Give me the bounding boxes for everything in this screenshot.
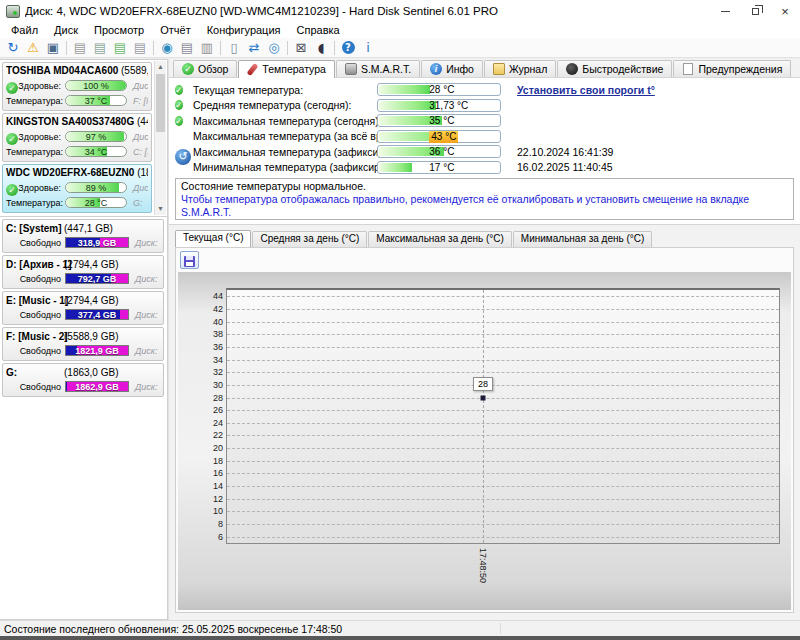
free-label: Свободно	[6, 346, 63, 356]
gridline	[227, 398, 779, 399]
restore-button[interactable]	[740, 0, 770, 22]
temp-label: Температура:	[6, 96, 63, 106]
temperature-bar-fill	[379, 85, 430, 94]
app-window: Диск: 4, WDC WD20EFRX-68EUZN0 [WD-WMC4M1…	[0, 0, 800, 640]
partition-card-1[interactable]: D: [Архив - 1](2794,4 GB)Свободно792,7 G…	[2, 255, 164, 289]
tab-label: Инфо	[446, 63, 474, 75]
menu-item-0[interactable]: Файл	[3, 23, 46, 37]
disk-detect-button[interactable]: ▤	[70, 39, 90, 57]
health-value: 100 %	[66, 81, 126, 90]
row-icon-cell: ✓	[175, 114, 193, 128]
scroll-down-icon[interactable]: ▼	[155, 203, 166, 215]
disk-card-title: KINGSTON SA400S37480G (447,1 GB)	[6, 115, 148, 129]
temperature-panel: ✓Текущая температура:28 °CУстановить сво…	[169, 78, 800, 225]
disk-health-row: ✓Здоровье:89 %Диск: 4	[6, 180, 148, 195]
free-label: Свободно	[6, 274, 63, 284]
tab-temperature[interactable]: Температура	[238, 60, 335, 78]
set-thresholds-link[interactable]: Установить свои пороги t°	[517, 84, 655, 96]
y-axis-tick: 22	[198, 430, 223, 440]
report-button[interactable]: ▯	[224, 39, 244, 57]
y-axis-tick: 16	[198, 468, 223, 478]
chart-tab-1[interactable]: Средняя за день (°C)	[252, 231, 367, 247]
partition-free-row: Свободно318,9 GBДиск: 3	[6, 235, 160, 250]
y-axis-tick: 28	[198, 392, 223, 402]
menu-item-5[interactable]: Справка	[289, 23, 348, 37]
close-button[interactable]: ×	[770, 0, 800, 22]
sync-icon: ⇄	[249, 41, 260, 54]
menu-item-1[interactable]: Диск	[46, 23, 86, 37]
printer-button[interactable]: ▥	[197, 39, 217, 57]
partition-card-0[interactable]: C: [System](447,1 GB)Свободно318,9 GBДис…	[2, 219, 164, 253]
tab-alerts[interactable]: Предупреждения	[673, 60, 791, 77]
alerts-button[interactable]: ⚠	[23, 39, 43, 57]
partition-size: (2794,4 GB)	[64, 259, 118, 270]
tab-performance[interactable]: Быстродействие	[557, 60, 672, 77]
window-controls: ×	[710, 0, 800, 22]
gridline	[227, 385, 779, 386]
menu-item-3[interactable]: Отчёт	[152, 23, 198, 37]
menu-item-4[interactable]: Конфигурация	[199, 23, 289, 37]
disk-number: Диск: 3	[129, 132, 148, 142]
temperature-row-5: Минимальная температура (зафиксированная…	[175, 160, 796, 176]
tab-overview[interactable]: Обзор	[173, 60, 237, 77]
tab-log[interactable]: Журнал	[484, 60, 556, 77]
help-button[interactable]: ?	[338, 39, 358, 57]
gridline	[227, 334, 779, 335]
disk-card-2[interactable]: WDC WD20EFRX-68EUZN0 (1863,0 GB)✓Здоровь…	[2, 164, 152, 213]
disk-name: KINGSTON SA400S37480G	[6, 116, 134, 127]
data-point	[481, 395, 486, 400]
disk-name: WDC WD20EFRX-68EUZN0	[6, 167, 134, 178]
chart-background: 4442403836343230282624222018161412108628…	[178, 272, 791, 610]
health-labelbox: ✓Здоровье:	[6, 81, 63, 91]
partition-title: F: [Music - 2](5588,9 GB)	[6, 329, 160, 343]
status-text: Состояние последнего обновления: 25.05.2…	[4, 623, 342, 635]
network-disks-icon: ◎	[268, 41, 279, 54]
tab-smart[interactable]: S.M.A.R.T.	[336, 60, 420, 77]
chart-tab-3[interactable]: Минимальная за день (°C)	[513, 231, 653, 247]
chart-tab-2[interactable]: Максимальная за день (°C)	[368, 231, 512, 247]
disk-card-title: WDC WD20EFRX-68EUZN0 (1863,0 GB)	[6, 166, 148, 180]
scroll-up-icon[interactable]: ▲	[155, 61, 166, 73]
info-button[interactable]: i	[358, 39, 378, 57]
temperature-bar: 31,73 °C	[377, 99, 501, 112]
temperature-bar-fill	[379, 101, 436, 110]
save-chart-button[interactable]	[180, 251, 199, 269]
gridline	[227, 296, 779, 297]
screen-off-button[interactable]: ⊠	[291, 39, 311, 57]
web-button[interactable]: ◉	[157, 39, 177, 57]
display-test-button[interactable]: ▣	[43, 39, 63, 57]
y-axis-tick: 10	[198, 506, 223, 516]
tab-info[interactable]: Инфо	[421, 60, 483, 77]
disk-card-1[interactable]: KINGSTON SA400S37480G (447,1 GB)✓Здоровь…	[2, 113, 152, 162]
sync-button[interactable]: ⇄	[244, 39, 264, 57]
y-axis-tick: 36	[198, 341, 223, 351]
help-icon: ?	[342, 41, 355, 54]
partition-card-4[interactable]: G:(1863,0 GB)Свободно1862,9 GBДиск: 4	[2, 363, 164, 397]
sound-button[interactable]: ◖	[311, 39, 331, 57]
partition-size: (5588,9 GB)	[64, 331, 118, 342]
chart-tab-0[interactable]: Текущая (°C)	[175, 230, 251, 247]
partition-card-3[interactable]: F: [Music - 2](5588,9 GB)Свободно1821,9 …	[2, 327, 164, 361]
health-bar: 89 %	[65, 182, 127, 193]
refresh-button[interactable]: ↻	[3, 39, 23, 57]
disk-card-0[interactable]: TOSHIBA MD04ACA600 (5589,0 GB)✓Здоровье:…	[2, 62, 152, 111]
disk-number: Диск: 2	[131, 346, 160, 356]
network-disks-button[interactable]: ◎	[264, 39, 284, 57]
menu-item-2[interactable]: Просмотр	[86, 23, 152, 37]
disk-transfer-button[interactable]: ▤	[177, 39, 197, 57]
gridline	[227, 461, 779, 462]
disk-ok-button[interactable]: ▤	[110, 39, 130, 57]
y-axis-tick: 30	[198, 379, 223, 389]
temperature-rows: ✓Текущая температура:28 °CУстановить сво…	[175, 82, 796, 175]
temperature-row-0: ✓Текущая температура:28 °CУстановить сво…	[175, 82, 796, 98]
disk-list-scrollbar[interactable]: ▲ ▼	[154, 61, 166, 215]
free-label: Свободно	[6, 310, 63, 320]
temperature-value: 36 °C	[429, 146, 454, 158]
disk-clock-button[interactable]: ▤	[90, 39, 110, 57]
disk-number: Диск: 2	[129, 81, 148, 91]
partition-card-2[interactable]: E: [Music - 1](2794,4 GB)Свободно377,4 G…	[2, 291, 164, 325]
minimize-button[interactable]	[710, 0, 740, 22]
temperature-row-3: Максимальная температура (за всё время):…	[175, 129, 796, 145]
disk-search-button[interactable]: ▤	[130, 39, 150, 57]
scrollbar-thumb[interactable]	[156, 74, 165, 132]
